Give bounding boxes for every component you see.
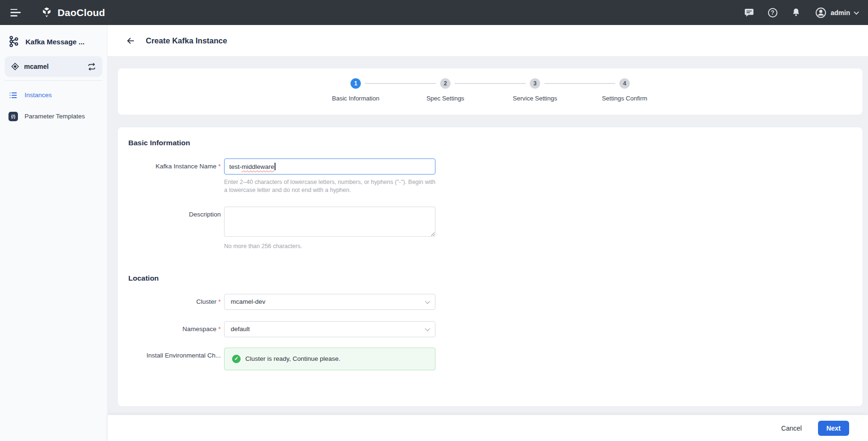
sidebar-item-label: Instances — [25, 92, 52, 99]
workspace-name: mcamel — [24, 63, 49, 70]
wizard-stepper: 1 Basic Information 2 Spec Settings 3 Se… — [118, 68, 862, 115]
sidebar-item-instances[interactable]: Instances — [0, 84, 107, 106]
sidebar: Kafka Message ... mcamel Instances — [0, 25, 108, 441]
cluster-ready-alert: ✓ Cluster is ready, Continue please. — [224, 348, 435, 370]
page-header: Create Kafka Instance — [108, 25, 868, 56]
step-service-settings: 3 Service Settings — [490, 78, 580, 115]
section-title-location: Location — [128, 274, 848, 283]
namespace-select[interactable]: default — [224, 321, 435, 337]
list-icon — [8, 91, 18, 100]
text-caret — [275, 163, 275, 170]
daocloud-logo-icon — [41, 7, 53, 19]
step-number: 3 — [530, 78, 540, 89]
switch-workspace-icon[interactable] — [87, 62, 96, 71]
environment-check-label: Install Environmental Ch... — [128, 348, 221, 364]
namespace-selected-value: default — [231, 325, 250, 333]
step-label: Service Settings — [490, 95, 580, 102]
step-settings-confirm: 4 Settings Confirm — [580, 78, 669, 115]
avatar-icon — [815, 7, 827, 19]
sidebar-app-title: Kafka Message ... — [25, 38, 84, 46]
step-spec-settings: 2 Spec Settings — [401, 78, 490, 115]
description-hint: No more than 256 characters. — [224, 242, 435, 250]
input-value-prefix: test- — [229, 163, 242, 170]
required-asterisk: * — [218, 163, 221, 170]
wizard-footer: Cancel Next — [108, 415, 868, 441]
chevron-down-icon — [425, 299, 430, 304]
description-row: Description No more than 256 characters. — [128, 207, 848, 250]
description-textarea[interactable] — [224, 207, 435, 237]
username: admin — [831, 9, 850, 17]
cancel-button[interactable]: Cancel — [775, 421, 809, 436]
chevron-down-icon — [425, 326, 430, 331]
kafka-instance-name-hint: Enter 2–40 characters of lowercase lette… — [224, 178, 435, 194]
kafka-instance-name-row: Kafka Instance Name* test-middleware Ent… — [128, 158, 848, 194]
brand-name: DaoCloud — [58, 7, 105, 18]
kafka-logo-icon — [8, 35, 20, 48]
step-label: Basic Information — [311, 95, 401, 102]
sidebar-item-parameter-templates[interactable]: {/} Parameter Templates — [0, 106, 107, 127]
chevron-down-icon — [854, 9, 859, 14]
top-navbar: DaoCloud ? — [0, 0, 868, 25]
feedback-chat-icon[interactable] — [744, 8, 754, 18]
cluster-row: Cluster* mcamel-dev — [128, 294, 848, 310]
cluster-selected-value: mcamel-dev — [231, 298, 266, 305]
namespace-label: Namespace* — [128, 321, 221, 337]
kafka-instance-name-label: Kafka Instance Name* — [128, 158, 221, 175]
cluster-ready-message: Cluster is ready, Continue please. — [245, 355, 341, 362]
namespace-row: Namespace* default — [128, 321, 848, 337]
notifications-bell-icon[interactable] — [791, 8, 801, 18]
sidebar-divider — [5, 80, 102, 81]
kafka-instance-name-input[interactable]: test-middleware — [224, 158, 435, 175]
main-content: 1 Basic Information 2 Spec Settings 3 Se… — [108, 56, 868, 415]
create-form-card: Basic Information Kafka Instance Name* t… — [118, 127, 862, 406]
step-label: Spec Settings — [401, 95, 490, 102]
help-icon[interactable]: ? — [768, 8, 778, 18]
description-label: Description — [128, 207, 221, 223]
cluster-select[interactable]: mcamel-dev — [224, 294, 435, 310]
step-label: Settings Confirm — [580, 95, 669, 102]
next-button[interactable]: Next — [818, 421, 849, 436]
menu-toggle-icon[interactable] — [10, 9, 21, 17]
success-check-icon: ✓ — [232, 355, 241, 363]
cluster-label: Cluster* — [128, 294, 221, 310]
sidebar-item-label: Parameter Templates — [25, 113, 85, 120]
section-title-basic-information: Basic Information — [128, 139, 848, 147]
back-arrow-icon[interactable] — [125, 36, 135, 46]
workspace-selector[interactable]: mcamel — [5, 56, 102, 77]
environment-check-row: Install Environmental Ch... ✓ Cluster is… — [128, 348, 848, 370]
required-asterisk: * — [218, 325, 221, 333]
page-title: Create Kafka Instance — [146, 36, 227, 45]
workspace-icon — [11, 62, 19, 71]
help-glyph: ? — [771, 9, 774, 16]
parameter-template-icon: {/} — [8, 112, 18, 121]
user-menu[interactable]: admin — [815, 7, 858, 19]
step-basic-information: 1 Basic Information — [311, 78, 401, 115]
brand[interactable]: DaoCloud — [41, 7, 105, 19]
step-number: 1 — [351, 78, 361, 89]
input-value-spellcheck-flagged: middleware — [242, 163, 274, 170]
step-number: 4 — [619, 78, 630, 89]
required-asterisk: * — [218, 298, 221, 305]
sidebar-app-header: Kafka Message ... — [0, 25, 107, 56]
step-number: 2 — [440, 78, 451, 89]
